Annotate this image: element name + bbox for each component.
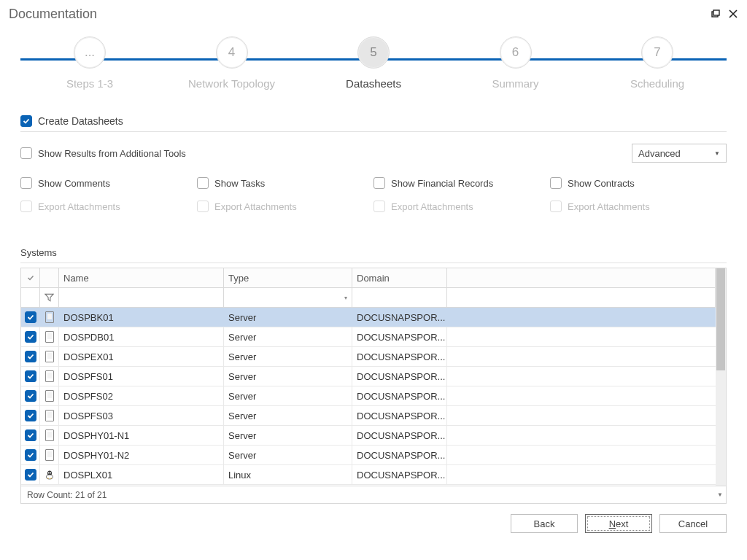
systems-table: Name Type Domain ▲ ▾ xyxy=(20,268,727,504)
header-name[interactable]: Name xyxy=(59,268,224,287)
cell-name: DOSPDB01 xyxy=(59,327,224,346)
server-icon xyxy=(45,390,54,402)
row-checkbox[interactable] xyxy=(25,311,36,323)
additional-tools-checkbox[interactable] xyxy=(20,147,32,159)
table-row[interactable]: DOSPBK01 Server DOCUSNAPSPOR... xyxy=(21,308,726,327)
step-circle: 5 xyxy=(357,36,390,69)
header-type[interactable]: Type xyxy=(224,268,352,287)
back-button[interactable]: Back xyxy=(511,514,578,533)
maximize-icon[interactable] xyxy=(711,9,721,19)
row-checkbox[interactable] xyxy=(25,351,36,362)
cell-domain: DOCUSNAPSPOR... xyxy=(352,386,447,405)
cell-domain: DOCUSNAPSPOR... xyxy=(352,465,447,484)
step-label: Datasheets xyxy=(346,77,401,90)
show-option-label-2: Show Financial Records xyxy=(391,178,493,189)
server-icon xyxy=(45,370,54,382)
cell-type: Server xyxy=(224,367,352,386)
svg-point-5 xyxy=(50,472,51,473)
export-option-label-0: Export Attachments xyxy=(38,201,120,212)
show-option-label-3: Show Contracts xyxy=(568,178,635,189)
row-checkbox[interactable] xyxy=(25,390,36,402)
filter-type-dropdown[interactable]: ▾ xyxy=(224,288,352,307)
server-icon xyxy=(45,351,54,362)
export-option-label-3: Export Attachments xyxy=(568,201,650,212)
cell-domain: DOCUSNAPSPOR... xyxy=(352,426,447,445)
mode-dropdown[interactable]: Advanced ▼ xyxy=(632,144,727,163)
cancel-button[interactable]: Cancel xyxy=(659,514,727,533)
export-option-checkbox-0 xyxy=(20,201,32,212)
row-checkbox[interactable] xyxy=(25,331,36,343)
table-row[interactable]: DOSPDB01 Server DOCUSNAPSPOR... xyxy=(21,327,726,347)
step-0[interactable]: ... Steps 1-3 xyxy=(20,36,159,90)
create-datasheets-checkbox[interactable] xyxy=(20,115,32,127)
cell-domain: DOCUSNAPSPOR... xyxy=(352,367,447,386)
table-row[interactable]: DOSPEX01 Server DOCUSNAPSPOR... xyxy=(21,347,726,367)
step-label: Steps 1-3 xyxy=(66,77,113,90)
linux-icon xyxy=(44,470,55,480)
table-row[interactable]: DOSPHY01-N1 Server DOCUSNAPSPOR... xyxy=(21,426,726,446)
filter-name-input[interactable] xyxy=(59,288,224,307)
show-option-checkbox-2[interactable] xyxy=(374,177,385,189)
cell-domain: DOCUSNAPSPOR... xyxy=(352,327,447,346)
cell-type: Server xyxy=(224,426,352,445)
table-row[interactable]: DOSPFS02 Server DOCUSNAPSPOR... xyxy=(21,386,726,406)
cell-type: Server xyxy=(224,327,352,346)
svg-point-3 xyxy=(46,475,53,479)
show-option-checkbox-0[interactable] xyxy=(20,177,32,189)
header-domain[interactable]: Domain xyxy=(352,268,447,287)
table-row[interactable]: DOSPLX01 Linux DOCUSNAPSPOR... xyxy=(21,465,726,485)
step-2[interactable]: 5 Datasheets xyxy=(304,36,443,90)
systems-label: Systems xyxy=(20,247,727,258)
filter-domain-input[interactable] xyxy=(352,288,447,307)
scroll-down-icon[interactable]: ▼ xyxy=(717,491,723,498)
vertical-scrollbar[interactable] xyxy=(716,268,726,486)
row-checkbox[interactable] xyxy=(25,429,36,441)
step-3[interactable]: 6 Summary xyxy=(446,36,585,90)
row-checkbox[interactable] xyxy=(25,449,36,461)
step-4[interactable]: 7 Scheduling xyxy=(588,36,727,90)
cell-domain: DOCUSNAPSPOR... xyxy=(352,347,447,366)
server-icon xyxy=(45,429,54,441)
row-checkbox[interactable] xyxy=(25,469,36,481)
step-circle: 7 xyxy=(641,36,673,69)
header-checkbox[interactable] xyxy=(21,268,40,287)
server-icon xyxy=(45,311,54,323)
export-option-checkbox-3 xyxy=(550,201,562,212)
close-icon[interactable] xyxy=(728,9,738,19)
export-option-label-2: Export Attachments xyxy=(391,201,473,212)
row-checkbox[interactable] xyxy=(25,410,36,421)
mode-dropdown-value: Advanced xyxy=(638,148,681,159)
cell-name: DOSPFS02 xyxy=(59,386,224,405)
cell-type: Server xyxy=(224,347,352,366)
cell-domain: DOCUSNAPSPOR... xyxy=(352,446,447,464)
scrollbar-thumb[interactable] xyxy=(716,268,725,370)
filter-icon[interactable] xyxy=(40,288,59,307)
table-row[interactable]: DOSPFS03 Server DOCUSNAPSPOR... xyxy=(21,406,726,426)
show-option-checkbox-3[interactable] xyxy=(550,177,562,189)
cell-name: DOSPFS01 xyxy=(59,367,224,386)
svg-rect-1 xyxy=(713,10,719,15)
export-option-checkbox-1 xyxy=(197,201,209,212)
documentation-window: Documentation ... Steps 1-34 Network Top… xyxy=(0,0,747,560)
show-option-label-0: Show Comments xyxy=(38,178,110,189)
row-checkbox[interactable] xyxy=(25,370,36,382)
cell-name: DOSPBK01 xyxy=(59,308,224,327)
svg-point-4 xyxy=(47,472,49,473)
cell-name: DOSPLX01 xyxy=(59,465,224,484)
cell-name: DOSPHY01-N2 xyxy=(59,446,224,464)
table-row[interactable]: DOSPHY01-N2 Server DOCUSNAPSPOR... xyxy=(21,446,726,465)
cell-type: Server xyxy=(224,406,352,425)
next-button[interactable]: Next xyxy=(585,514,652,533)
title-bar: Documentation xyxy=(0,0,747,28)
cell-type: Server xyxy=(224,308,352,327)
step-circle: ... xyxy=(74,36,106,69)
show-option-checkbox-1[interactable] xyxy=(197,177,209,189)
wizard-stepper: ... Steps 1-34 Network Topology5 Datashe… xyxy=(20,36,727,109)
step-1[interactable]: 4 Network Topology xyxy=(163,36,301,90)
header-spacer xyxy=(447,268,716,287)
table-row[interactable]: DOSPFS01 Server DOCUSNAPSPOR... xyxy=(21,367,726,386)
filter-spacer xyxy=(447,288,716,307)
export-option-checkbox-2 xyxy=(374,201,385,212)
divider xyxy=(20,262,727,263)
server-icon xyxy=(45,410,54,421)
